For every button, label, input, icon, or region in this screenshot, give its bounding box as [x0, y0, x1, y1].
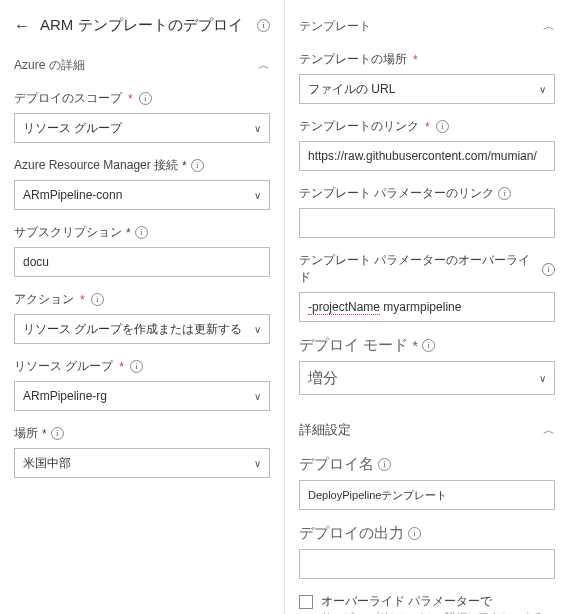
template-location-label: テンプレートの場所: [299, 51, 407, 68]
action-label: アクション: [14, 291, 74, 308]
resource-group-label: リソース グループ: [14, 358, 113, 375]
chevron-down-icon: ∨: [254, 190, 261, 201]
deploy-output-input[interactable]: [299, 549, 555, 579]
info-icon[interactable]: i: [139, 92, 152, 105]
info-icon[interactable]: i: [542, 263, 555, 276]
template-params-override-label: テンプレート パラメーターのオーバーライド: [299, 252, 538, 286]
info-icon[interactable]: i: [91, 293, 104, 306]
deploy-output-label: デプロイの出力: [299, 524, 404, 543]
access-sp-checkbox[interactable]: [299, 595, 313, 609]
back-icon[interactable]: ←: [14, 17, 30, 35]
location-label: 場所: [14, 425, 38, 442]
template-link-label: テンプレートのリンク: [299, 118, 419, 135]
section-template[interactable]: テンプレート ︿: [299, 10, 555, 43]
section-title: 詳細設定: [299, 421, 351, 439]
scope-label: デプロイのスコープ: [14, 90, 122, 107]
location-select[interactable]: 米国中部∨: [14, 448, 270, 478]
subscription-label: サブスクリプション: [14, 224, 122, 241]
section-title: テンプレート: [299, 18, 371, 35]
deploy-name-input[interactable]: DeployPipelineテンプレート: [299, 480, 555, 510]
section-advanced[interactable]: 詳細設定 ︿: [299, 413, 555, 447]
info-icon[interactable]: i: [436, 120, 449, 133]
deploy-name-label: デプロイ名: [299, 455, 374, 474]
info-icon[interactable]: i: [130, 360, 143, 373]
template-params-link-label: テンプレート パラメーターのリンク: [299, 185, 494, 202]
chevron-down-icon: ∨: [254, 391, 261, 402]
scope-select[interactable]: リソース グループ∨: [14, 113, 270, 143]
resource-group-select[interactable]: ARmPipeline-rg∨: [14, 381, 270, 411]
chevron-down-icon: ∨: [254, 123, 261, 134]
template-params-link-input[interactable]: [299, 208, 555, 238]
info-icon[interactable]: i: [51, 427, 64, 440]
template-params-override-input[interactable]: -projectName myarmpipeline: [299, 292, 555, 322]
deploy-mode-select[interactable]: 増分∨: [299, 361, 555, 395]
chevron-down-icon: ∨: [254, 458, 261, 469]
action-select[interactable]: リソース グループを作成または更新する∨: [14, 314, 270, 344]
info-icon[interactable]: i: [378, 458, 391, 471]
template-location-select[interactable]: ファイルの URL∨: [299, 74, 555, 104]
info-icon[interactable]: i: [498, 187, 511, 200]
info-icon[interactable]: i: [257, 19, 270, 32]
arm-conn-label: Azure Resource Manager 接続: [14, 157, 178, 174]
chevron-down-icon: ∨: [254, 324, 261, 335]
chevron-up-icon: ︿: [258, 57, 270, 74]
deploy-mode-label: デプロイ モード: [299, 336, 408, 355]
chevron-down-icon: ∨: [539, 373, 546, 384]
info-icon[interactable]: i: [135, 226, 148, 239]
chevron-up-icon: ︿: [543, 422, 555, 439]
section-title: Azure の詳細: [14, 57, 85, 74]
template-link-input[interactable]: https://raw.githubusercontent.com/mumian…: [299, 141, 555, 171]
info-icon[interactable]: i: [191, 159, 204, 172]
info-icon[interactable]: i: [422, 339, 435, 352]
chevron-down-icon: ∨: [539, 84, 546, 95]
subscription-input[interactable]: docu: [14, 247, 270, 277]
access-sp-label: オーバーライド パラメーターで サービス プリンシパルの詳細にアクセスする: [321, 593, 544, 614]
section-azure-details[interactable]: Azure の詳細 ︿: [14, 49, 270, 82]
page-title: ARM テンプレートのデプロイ: [40, 16, 257, 35]
arm-conn-select[interactable]: ARmPipeline-conn∨: [14, 180, 270, 210]
info-icon[interactable]: i: [408, 527, 421, 540]
chevron-up-icon: ︿: [543, 18, 555, 35]
